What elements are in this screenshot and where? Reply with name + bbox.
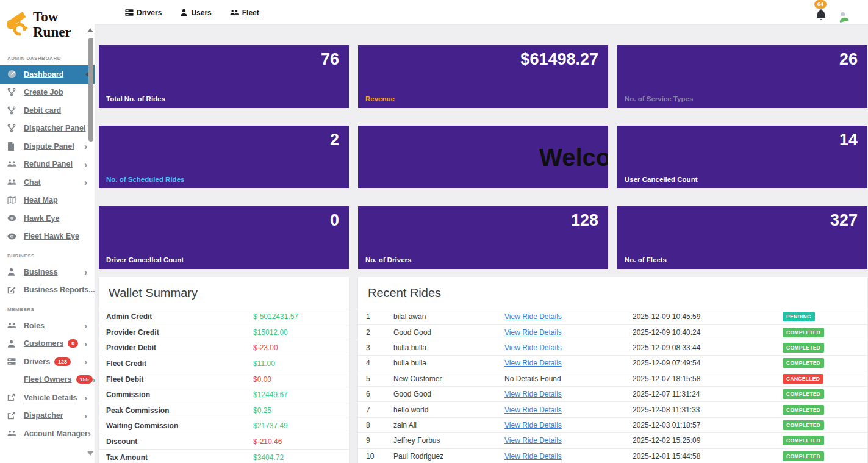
header-nav-drivers[interactable]: Drivers: [125, 9, 162, 17]
sidebar-item-fleet-owners[interactable]: Fleet Owners155›: [0, 371, 95, 389]
sidebar-item-vehicle-details[interactable]: Vehicle Details›: [0, 389, 95, 407]
stat-card-value: 327: [830, 211, 858, 230]
ride-customer-name: bulla bulla: [393, 343, 504, 352]
main-content: 76Total No. of Rides$61498.27Revenue26No…: [95, 25, 868, 463]
sidebar-item-drivers[interactable]: Drivers128›: [0, 353, 95, 371]
bell-icon: [816, 12, 827, 23]
sidebar-item-dispatcher-panel[interactable]: Dispatcher Panel: [0, 120, 95, 138]
logo-text: Tow Runer: [33, 7, 71, 40]
ride-customer-name: bulla bulla: [393, 359, 504, 367]
sidebar-item-chat[interactable]: Chat›: [0, 173, 95, 192]
sidebar-scroll-up-arrow[interactable]: [87, 28, 93, 32]
sidebar-section-label: BUSINESS: [0, 245, 95, 263]
ride-customer-name: bilal awan: [393, 312, 504, 321]
wallet-row-label: Discount: [106, 437, 253, 446]
view-ride-details-link[interactable]: View Ride Details: [504, 343, 562, 352]
stat-card-total-no-of-rides: 76Total No. of Rides: [99, 45, 349, 108]
users-icon: [7, 430, 20, 437]
ride-row-number: 9: [366, 436, 393, 445]
ride-customer-name: Jeffrey Forbus: [393, 436, 504, 445]
wallet-row-discount: Discount$-210.46: [99, 434, 349, 450]
edit-icon: [7, 286, 20, 294]
notifications-button[interactable]: 64: [816, 9, 827, 23]
wallet-row-admin-credit: Admin Credit$-5012431.57: [99, 309, 349, 325]
sidebar-item-fleet-hawk-eye[interactable]: Fleet Hawk Eye: [0, 228, 95, 246]
wallet-row-value: $15012.00: [253, 328, 288, 337]
sidebar-item-label: Customers: [24, 339, 63, 348]
chevron-right-icon: ›: [84, 357, 87, 366]
ride-customer-name: Paul Rodriguez: [393, 452, 504, 461]
notification-count-badge: 64: [814, 0, 827, 9]
sidebar-item-business-reports[interactable]: Business Reports...›: [0, 281, 95, 300]
stat-card-no-of-fleets: 327No. of Fleets: [617, 206, 867, 269]
dashboard-icon: [7, 70, 20, 79]
stat-card-driver-cancelled-count: 0Driver Cancelled Count: [99, 206, 349, 269]
view-ride-details-link[interactable]: View Ride Details: [504, 312, 562, 321]
ride-row-number: 1: [366, 312, 393, 321]
sidebar-item-dispute-panel[interactable]: Dispute Panel›: [0, 137, 95, 156]
ride-customer-name: zain Ali: [393, 421, 504, 429]
recent-rides-panel: Recent Rides 1bilal awanView Ride Detail…: [358, 277, 867, 463]
ride-customer-name: Good Good: [393, 328, 504, 337]
wallet-row-value: $11.00: [253, 359, 275, 368]
profile-avatar[interactable]: [836, 10, 850, 23]
sidebar-item-create-job[interactable]: Create Job: [0, 84, 95, 102]
sidebar-scroll-down-arrow[interactable]: [87, 451, 93, 456]
sidebar-item-customers[interactable]: Customers0›: [0, 335, 95, 353]
header-nav-fleet[interactable]: Fleet: [230, 9, 259, 17]
wallet-row-provider-credit: Provider Credit$15012.00: [99, 325, 349, 340]
sidebar-item-dispatcher[interactable]: Dispatcher›: [0, 407, 95, 425]
view-ride-details-link[interactable]: View Ride Details: [504, 421, 562, 429]
sidebar-scrollbar-thumb[interactable]: [88, 38, 93, 142]
sidebar-item-account-manager[interactable]: Account Manager›: [0, 425, 95, 443]
ride-row: 8zain AliView Ride Details2025-12-03 01:…: [358, 417, 867, 432]
sidebar-section-label: ADMIN DASHBOARD: [0, 48, 95, 65]
wallet-summary-title: Wallet Summary: [99, 277, 349, 309]
ride-row: 3bulla bullaView Ride Details2025-12-09 …: [358, 340, 867, 355]
sidebar: Tow Runer ADMIN DASHBOARDDashboardCreate…: [0, 0, 95, 463]
header-nav-users[interactable]: Users: [180, 9, 211, 17]
sidebar-item-label: Dispatcher Panel: [24, 124, 85, 132]
sidebar-item-hawk-eye[interactable]: Hawk Eye: [0, 209, 95, 228]
sidebar-item-debit-card[interactable]: Debit card: [0, 101, 95, 120]
stat-card-label: No. of Drivers: [365, 256, 411, 264]
wallet-row-value: $-5012431.57: [253, 312, 298, 321]
sidebar-item-label: Business: [24, 268, 58, 276]
ride-datetime: 2025-12-03 01:18:57: [633, 421, 783, 429]
ride-datetime: 2025-12-07 18:15:58: [633, 375, 783, 383]
sidebar-nav: ADMIN DASHBOARDDashboardCreate JobDebit …: [0, 48, 95, 443]
ride-row-number: 5: [366, 375, 393, 383]
stat-card-value: 2: [330, 131, 339, 149]
chevron-right-icon: ›: [84, 321, 87, 330]
sidebar-section-label: MEMBERS: [0, 299, 95, 317]
ride-customer-name: hello world: [393, 406, 504, 414]
view-ride-details-link[interactable]: View Ride Details: [504, 390, 562, 398]
view-ride-details-link[interactable]: View Ride Details: [504, 328, 562, 337]
logo[interactable]: Tow Runer: [0, 0, 95, 48]
view-ride-details-link[interactable]: View Ride Details: [504, 406, 562, 414]
welcome-marquee-text: Welcome: [539, 143, 608, 171]
user-icon: [7, 340, 20, 348]
sidebar-item-roles[interactable]: Roles›: [0, 317, 95, 335]
view-ride-details-link[interactable]: View Ride Details: [504, 452, 562, 461]
view-ride-details-link[interactable]: View Ride Details: [504, 359, 562, 367]
recent-rides-title: Recent Rides: [358, 277, 867, 309]
ride-row: 5New CustomerNo Details Found2025-12-07 …: [358, 371, 867, 386]
sidebar-item-heat-map[interactable]: Heat Map: [0, 192, 95, 210]
sidebar-item-label: Roles: [24, 321, 45, 330]
sidebar-item-refund-panel[interactable]: Refund Panel›: [0, 156, 95, 174]
users-icon: [7, 160, 20, 168]
sidebar-item-label: Vehicle Details: [24, 393, 77, 402]
ride-details-cell: View Ride Details: [504, 312, 633, 321]
sidebar-item-dashboard[interactable]: Dashboard: [0, 65, 95, 84]
wallet-row-waiting-commission: Waiting Commission$21737.49: [99, 418, 349, 434]
wallet-row-commission: Commission$12449.67: [99, 387, 349, 403]
sidebar-item-business[interactable]: Business›: [0, 263, 95, 281]
admin-dashboard-app: DriversUsersFleet 64 Tow Runer ADMIN DAS…: [0, 0, 868, 463]
export-icon: [7, 412, 20, 420]
wallet-row-peak-commission: Peak Commission$0.25: [99, 403, 349, 418]
status-badge: COMPLETED: [783, 451, 824, 461]
view-ride-details-link[interactable]: View Ride Details: [504, 436, 562, 445]
branch-icon: [7, 88, 20, 96]
wallet-row-label: Tax Amount: [106, 453, 253, 462]
